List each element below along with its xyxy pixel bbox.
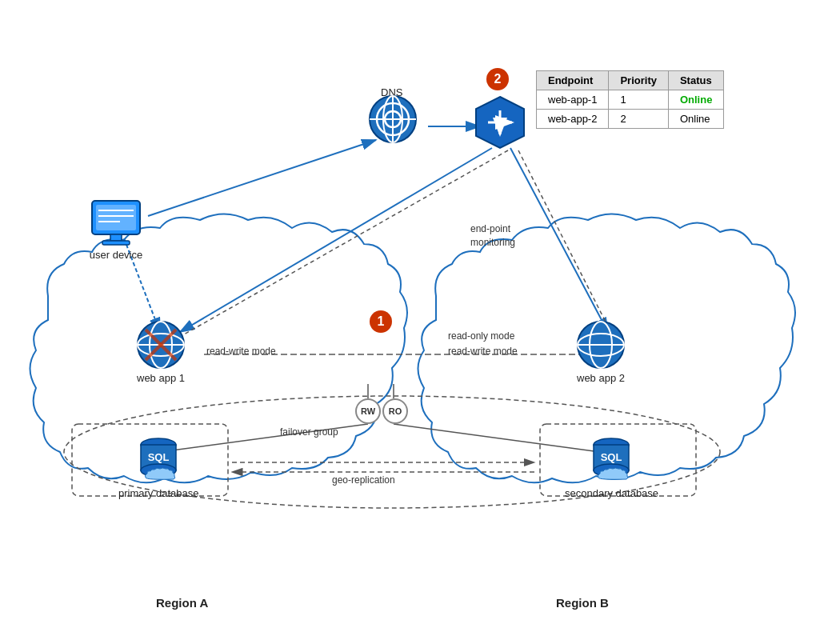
webapp1-label: web app 1 (137, 372, 185, 384)
user-device-icon (88, 198, 144, 246)
geo-replication-label: geo-replication (332, 474, 395, 486)
tm-to-webapp2-arrow (510, 148, 608, 332)
dns-icon (368, 94, 418, 144)
primary-db-icon: SQL (133, 434, 185, 486)
traffic-table: Endpoint Priority Status web-app-1 1 Onl… (536, 70, 724, 129)
svg-text:SQL: SQL (147, 451, 169, 463)
endpoint-1: web-app-1 (537, 90, 609, 110)
ro-circle: RO (382, 398, 408, 424)
status-2: Online (668, 110, 723, 129)
svg-rect-15 (102, 241, 130, 245)
user-to-dns-arrow (148, 140, 376, 216)
secondary-db-label: secondary database (565, 487, 658, 499)
region-a-label: Region A (156, 596, 208, 610)
endpoint-2: web-app-2 (537, 110, 609, 129)
rw-circle: RW (355, 398, 381, 424)
tm-icon-container (472, 94, 528, 150)
table-header-priority: Priority (609, 71, 669, 90)
read-only-mode-label: read-only mode (448, 330, 514, 342)
endpoint-monitoring-label: end-pointmonitoring (470, 222, 515, 250)
table-header-endpoint: Endpoint (537, 71, 609, 90)
secondary-db-container: SQL secondary database (565, 434, 658, 498)
table-row: web-app-2 2 Online (537, 110, 724, 129)
user-device-label: user device (90, 249, 142, 261)
webapp2-container: web app 2 (576, 320, 626, 382)
failover-group-label: failover group (280, 426, 338, 438)
priority-1: 1 (609, 90, 669, 110)
status-1: Online (668, 90, 723, 110)
read-write-mode-label: read-write mode (206, 346, 276, 357)
badge-1: 1 (370, 310, 392, 333)
read-write-mode2-label: read-write mode (448, 346, 518, 357)
svg-rect-14 (110, 234, 122, 241)
primary-db-container: SQL primary database (118, 434, 198, 498)
dns-icon-container (368, 94, 418, 144)
webapp2-label: web app 2 (577, 372, 625, 384)
webapp1-icon (136, 320, 186, 370)
webapp1-container: web app 1 (136, 320, 186, 382)
diagram-container: DNS 2 traffic manager (0, 0, 836, 644)
monitoring-line-1 (184, 150, 508, 334)
tm-icon (472, 94, 528, 150)
webapp2-icon (576, 320, 626, 370)
region-b-label: Region B (556, 596, 609, 610)
secondary-db-icon: SQL (586, 434, 638, 486)
table-header-status: Status (668, 71, 723, 90)
primary-db-label: primary database (118, 487, 198, 499)
monitoring-line-2 (518, 150, 612, 334)
table-row: web-app-1 1 Online (537, 90, 724, 110)
svg-rect-13 (96, 205, 136, 230)
tm-to-webapp1-arrow (180, 148, 492, 332)
priority-2: 2 (609, 110, 669, 129)
user-device-container: user device (88, 198, 144, 258)
badge-2: 2 (486, 68, 509, 90)
svg-text:SQL: SQL (601, 451, 622, 463)
